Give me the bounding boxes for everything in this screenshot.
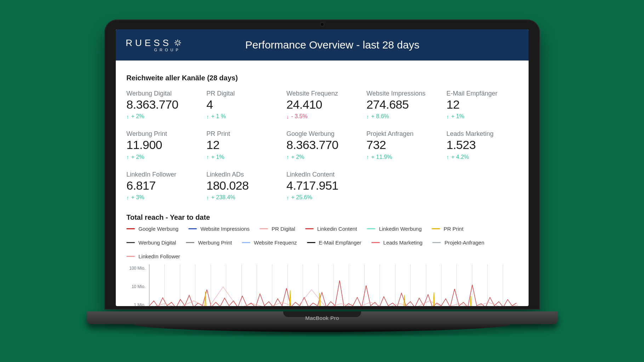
kpi-card: LinkedIn Content4.717.951↑+ 25.6% bbox=[286, 171, 358, 201]
kpi-delta-text: + 2% bbox=[131, 154, 144, 160]
screen: RUESS GROUP Performance Overview - las bbox=[116, 29, 529, 306]
chart: 100 Mio. 10 Mio. 1 Mio. bbox=[126, 264, 518, 306]
kpi-label: Website Frequenz bbox=[286, 90, 358, 97]
kpi-section-title: Reichweite aller Kanäle (28 days) bbox=[126, 74, 518, 82]
legend-item[interactable]: Website Impressions bbox=[188, 226, 250, 232]
legend-label: E-Mail Empfänger bbox=[319, 240, 361, 246]
kpi-value: 11.900 bbox=[126, 138, 198, 151]
chart-y-axis: 100 Mio. 10 Mio. 1 Mio. bbox=[126, 264, 148, 306]
kpi-delta-text: + 3% bbox=[131, 194, 144, 201]
kpi-delta: ↑+ 8.6% bbox=[366, 113, 438, 120]
kpi-label: Projekt Anfragen bbox=[366, 130, 438, 138]
legend-item[interactable]: Linkedin Werbung bbox=[367, 226, 422, 232]
legend-swatch-icon bbox=[432, 242, 441, 243]
arrow-up-icon: ↑ bbox=[366, 114, 369, 119]
laptop-lid: RUESS GROUP Performance Overview - las bbox=[104, 19, 540, 310]
legend-label: Website Impressions bbox=[200, 226, 250, 232]
kpi-value: 8.363.770 bbox=[286, 138, 358, 151]
arrow-up-icon: ↑ bbox=[206, 114, 209, 119]
arrow-up-icon: ↑ bbox=[126, 114, 129, 119]
kpi-delta: ↑+ 1 % bbox=[206, 113, 278, 120]
kpi-value: 12 bbox=[446, 98, 518, 111]
arrow-up-icon: ↑ bbox=[446, 154, 449, 160]
kpi-card: LinkedIn ADs180.028↑+ 238.4% bbox=[206, 171, 278, 201]
kpi-delta: ↑+ 2% bbox=[126, 154, 198, 160]
page-title: Performance Overview - last 28 days bbox=[146, 39, 519, 51]
legend-item[interactable]: Leads Marketing bbox=[371, 240, 423, 246]
kpi-delta: ↑+ 2% bbox=[126, 113, 198, 120]
kpi-delta-text: + 25.6% bbox=[291, 194, 312, 201]
kpi-card: Werbung Digital8.363.770↑+ 2% bbox=[126, 90, 198, 120]
legend-item[interactable]: Website Frequenz bbox=[242, 240, 297, 246]
kpi-label: LinkedIn ADs bbox=[206, 171, 278, 178]
kpi-delta-text: + 2% bbox=[131, 113, 144, 120]
legend-item[interactable]: Werbung Digital bbox=[126, 240, 176, 246]
kpi-label: PR Print bbox=[206, 130, 278, 138]
laptop-mockup: RUESS GROUP Performance Overview - las bbox=[87, 19, 558, 336]
legend-swatch-icon bbox=[126, 242, 135, 243]
legend-label: Projekt-Anfragen bbox=[444, 240, 484, 246]
kpi-delta: ↑+ 1% bbox=[446, 113, 518, 120]
kpi-label: LinkedIn Content bbox=[286, 171, 358, 178]
legend-label: Linkedin Content bbox=[317, 226, 357, 232]
legend-label: LinkedIn Follower bbox=[138, 253, 180, 259]
legend-label: Werbung Digital bbox=[138, 240, 176, 246]
kpi-label: Leads Marketing bbox=[446, 130, 518, 138]
arrow-up-icon: ↑ bbox=[286, 195, 289, 200]
kpi-value: 12 bbox=[206, 138, 278, 151]
legend-item[interactable]: Werbung Print bbox=[186, 240, 232, 246]
legend-item[interactable]: PR Print bbox=[432, 226, 463, 232]
kpi-card: Google Werbung8.363.770↑+ 2% bbox=[286, 130, 358, 160]
legend-item[interactable]: Projekt-Anfragen bbox=[432, 240, 484, 246]
kpi-delta-text: + 1% bbox=[211, 154, 224, 160]
y-tick: 10 Mio. bbox=[132, 284, 146, 289]
legend-swatch-icon bbox=[260, 228, 268, 229]
legend-swatch-icon bbox=[371, 242, 380, 243]
kpi-label: Website Impressions bbox=[366, 90, 438, 97]
laptop-base: MacBook Pro bbox=[87, 311, 558, 336]
kpi-label: PR Digital bbox=[206, 90, 278, 97]
legend-label: Google Werbung bbox=[138, 226, 178, 232]
kpi-card: PR Digital4↑+ 1 % bbox=[206, 90, 278, 120]
kpi-delta-text: + 1 % bbox=[211, 113, 226, 120]
arrow-up-icon: ↑ bbox=[206, 195, 209, 200]
kpi-delta: ↑+ 11.9% bbox=[366, 154, 438, 160]
kpi-value: 4.717.951 bbox=[286, 179, 358, 192]
legend-swatch-icon bbox=[242, 242, 250, 243]
legend-item[interactable]: LinkedIn Follower bbox=[126, 253, 180, 259]
legend-swatch-icon bbox=[367, 228, 375, 229]
kpi-delta: ↑+ 25.6% bbox=[286, 194, 358, 201]
arrow-up-icon: ↑ bbox=[286, 154, 289, 160]
kpi-delta-text: + 1% bbox=[451, 113, 465, 120]
arrow-up-icon: ↑ bbox=[126, 154, 129, 160]
kpi-card: Werbung Print11.900↑+ 2% bbox=[126, 130, 198, 160]
arrow-down-icon: ↓ bbox=[286, 114, 289, 119]
legend-label: Linkedin Werbung bbox=[379, 226, 422, 232]
kpi-delta: ↑+ 238.4% bbox=[206, 194, 278, 201]
kpi-delta: ↑+ 3% bbox=[126, 194, 198, 201]
legend-item[interactable]: PR Digital bbox=[260, 226, 295, 232]
chart-plot-area bbox=[149, 264, 518, 306]
kpi-value: 1.523 bbox=[446, 138, 518, 151]
kpi-delta: ↑+ 1% bbox=[206, 154, 278, 160]
legend-label: PR Digital bbox=[272, 226, 295, 232]
legend-item[interactable]: E-Mail Empfänger bbox=[307, 240, 361, 246]
kpi-label: Google Werbung bbox=[286, 130, 358, 138]
kpi-value: 24.410 bbox=[286, 98, 358, 111]
kpi-delta-text: + 238.4% bbox=[211, 194, 235, 201]
arrow-up-icon: ↑ bbox=[126, 195, 129, 200]
kpi-delta-text: - 3.5% bbox=[291, 113, 308, 120]
kpi-card: Leads Marketing1.523↑+ 4.2% bbox=[446, 130, 518, 160]
camera-icon bbox=[321, 23, 324, 26]
legend-item[interactable]: Google Werbung bbox=[126, 226, 178, 232]
legend-swatch-icon bbox=[305, 228, 314, 229]
kpi-value: 6.817 bbox=[126, 179, 198, 192]
kpi-delta-text: + 8.6% bbox=[371, 113, 389, 120]
dashboard-header: RUESS GROUP Performance Overview - las bbox=[116, 29, 529, 61]
logo-subtext: GROUP bbox=[154, 48, 181, 52]
legend-swatch-icon bbox=[126, 256, 135, 257]
device-label: MacBook Pro bbox=[305, 315, 339, 321]
legend-item[interactable]: Linkedin Content bbox=[305, 226, 357, 232]
legend-label: Leads Marketing bbox=[383, 240, 423, 246]
chart-legend: Google WerbungWebsite ImpressionsPR Digi… bbox=[126, 226, 518, 259]
